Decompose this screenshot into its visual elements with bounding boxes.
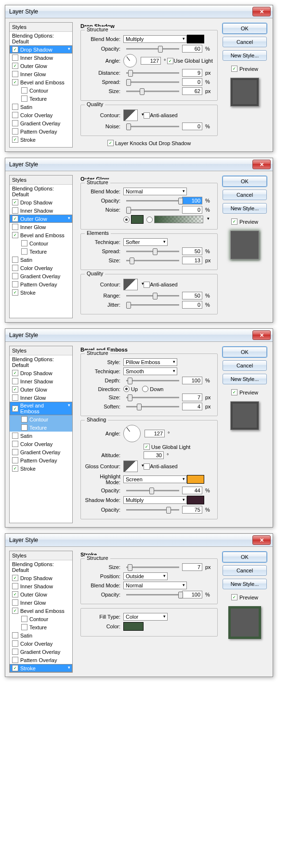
style-item-gradient-overlay[interactable]: Gradient Overlay — [10, 648, 72, 656]
checkbox-icon[interactable] — [12, 207, 18, 214]
slider[interactable] — [126, 394, 179, 401]
style-item-texture[interactable]: Texture — [10, 623, 72, 631]
blend-mode-select[interactable]: Normal — [123, 582, 187, 589]
slider[interactable] — [126, 45, 179, 52]
slider[interactable] — [126, 69, 179, 76]
spread-input[interactable]: 0 — [182, 78, 202, 86]
opacity-input[interactable]: 100 — [182, 197, 202, 204]
checkbox-icon[interactable] — [12, 257, 18, 263]
checkbox-icon[interactable] — [21, 95, 27, 102]
slider[interactable] — [126, 292, 179, 299]
new-style-button[interactable]: New Style... — [223, 374, 267, 384]
style-item-inner-glow[interactable]: Inner Glow — [10, 223, 72, 231]
checkbox-icon[interactable] — [12, 265, 18, 271]
checkbox-icon[interactable] — [12, 665, 18, 671]
range-input[interactable]: 50 — [182, 292, 202, 299]
style-item-color-overlay[interactable]: Color Overlay — [10, 639, 72, 648]
checkbox-icon[interactable] — [12, 128, 18, 135]
jitter-input[interactable]: 0 — [182, 301, 202, 309]
slider[interactable] — [126, 248, 179, 255]
close-button[interactable]: ✕ — [252, 330, 271, 340]
checkbox-icon[interactable] — [231, 594, 237, 600]
checkbox-icon[interactable] — [12, 289, 18, 296]
checkbox-icon[interactable] — [21, 616, 27, 622]
checkbox-icon[interactable] — [12, 591, 18, 597]
use-global-label[interactable]: Use Global Light — [151, 444, 190, 450]
checkbox-icon[interactable] — [12, 449, 18, 455]
style-item-pattern-overlay[interactable]: Pattern Overlay — [10, 656, 72, 664]
gradient-picker[interactable] — [154, 216, 203, 223]
style-item-stroke[interactable]: Stroke — [10, 288, 72, 297]
distance-input[interactable]: 9 — [182, 69, 202, 77]
shadow-color-swatch[interactable] — [187, 496, 204, 504]
checkbox-icon[interactable] — [231, 218, 237, 225]
title-bar[interactable]: Layer Style✕ — [5, 5, 273, 18]
checkbox-icon[interactable] — [12, 112, 18, 118]
style-item-color-overlay[interactable]: Color Overlay — [10, 111, 72, 119]
checkbox-icon[interactable] — [12, 433, 18, 439]
preview-toggle[interactable]: Preview — [231, 389, 258, 395]
size-input[interactable]: 13 — [182, 257, 202, 264]
slider[interactable] — [126, 301, 179, 308]
close-button[interactable]: ✕ — [252, 535, 271, 545]
color-swatch[interactable] — [131, 215, 144, 224]
style-item-color-overlay[interactable]: Color Overlay — [10, 264, 72, 272]
blend-mode-select[interactable]: Normal — [123, 188, 187, 195]
slider[interactable] — [126, 403, 179, 410]
checkbox-icon[interactable] — [12, 386, 18, 393]
checkbox-icon[interactable] — [12, 224, 18, 230]
style-item-inner-glow[interactable]: Inner Glow — [10, 598, 72, 607]
slider[interactable] — [126, 206, 179, 213]
gradient-radio[interactable] — [146, 217, 153, 223]
slider[interactable] — [126, 197, 179, 204]
slider[interactable] — [126, 88, 179, 95]
style-item-inner-shadow[interactable]: Inner Shadow — [10, 377, 72, 385]
checkbox-icon[interactable] — [21, 624, 27, 630]
size-input[interactable]: 7 — [182, 563, 202, 571]
style-item-drop-shadow[interactable]: Drop Shadow — [10, 45, 72, 54]
use-global-label[interactable]: Use Global Light — [173, 58, 212, 64]
spread-input[interactable]: 50 — [182, 247, 202, 255]
checkbox-icon[interactable] — [107, 140, 114, 146]
checkbox-icon[interactable] — [144, 463, 150, 470]
style-item-contour[interactable]: Contour — [10, 86, 72, 95]
checkbox-icon[interactable] — [12, 608, 18, 614]
knockout-label[interactable]: Layer Knocks Out Drop Shadow — [115, 140, 191, 146]
shadow-opacity-input[interactable]: 75 — [182, 506, 202, 514]
style-item-gradient-overlay[interactable]: Gradient Overlay — [10, 448, 72, 456]
technique-select[interactable]: Softer — [123, 238, 168, 246]
contour-picker[interactable] — [123, 279, 138, 290]
blending-options[interactable]: Blending Options: Default — [10, 355, 72, 369]
style-item-gradient-overlay[interactable]: Gradient Overlay — [10, 272, 72, 280]
checkbox-icon[interactable] — [12, 640, 18, 647]
checkbox-icon[interactable] — [167, 58, 173, 64]
checkbox-icon[interactable] — [21, 248, 27, 255]
slider[interactable] — [126, 591, 179, 598]
checkbox-icon[interactable] — [12, 104, 18, 110]
checkbox-icon[interactable] — [12, 406, 18, 412]
ok-button[interactable]: OK — [223, 23, 267, 34]
style-item-color-overlay[interactable]: Color Overlay — [10, 440, 72, 448]
style-select[interactable]: Pillow Emboss — [123, 358, 177, 366]
checkbox-icon[interactable] — [12, 441, 18, 447]
style-item-texture[interactable]: Texture — [10, 247, 72, 256]
new-style-button[interactable]: New Style... — [223, 579, 267, 589]
style-item-inner-glow[interactable]: Inner Glow — [10, 70, 72, 78]
style-item-bevel-and-emboss[interactable]: Bevel and Emboss — [10, 231, 72, 239]
close-button[interactable]: ✕ — [252, 160, 271, 169]
checkbox-icon[interactable] — [144, 282, 150, 288]
style-item-bevel-and-emboss[interactable]: Bevel and Emboss — [10, 607, 72, 615]
checkbox-icon[interactable] — [12, 394, 18, 401]
style-item-inner-shadow[interactable]: Inner Shadow — [10, 206, 72, 215]
depth-input[interactable]: 100 — [182, 377, 202, 384]
noise-input[interactable]: 0 — [182, 206, 202, 214]
slider[interactable] — [126, 487, 179, 494]
style-item-contour[interactable]: Contour — [10, 415, 72, 423]
slider[interactable] — [126, 123, 179, 130]
checkbox-icon[interactable] — [12, 199, 18, 205]
checkbox-icon[interactable] — [21, 87, 27, 94]
checkbox-icon[interactable] — [12, 273, 18, 279]
checkbox-icon[interactable] — [12, 583, 18, 589]
style-item-inner-shadow[interactable]: Inner Shadow — [10, 54, 72, 62]
new-style-button[interactable]: New Style... — [223, 50, 267, 61]
